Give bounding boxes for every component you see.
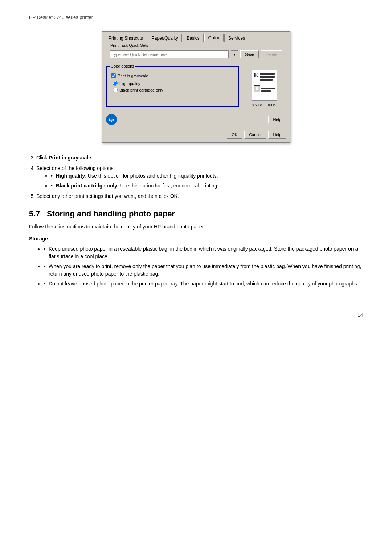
black-cartridge-radio[interactable] xyxy=(113,88,118,92)
high-quality-radio[interactable] xyxy=(113,81,118,86)
header-title: HP Deskjet 3740 series printer xyxy=(29,15,93,20)
section-number: 5.7 xyxy=(29,209,40,218)
tab-printing-shortcuts[interactable]: Printing Shortcuts xyxy=(105,34,147,42)
print-grayscale-checkbox[interactable] xyxy=(111,73,116,78)
step5-bold: OK xyxy=(170,193,178,199)
bullet-item-2: Black print cartridge only: Use this opt… xyxy=(51,182,363,190)
paper-line-1 xyxy=(260,73,275,75)
black-cartridge-row: Black print cartridge only xyxy=(113,88,234,92)
dialog-ok-row: OK Cancel Help xyxy=(102,129,290,142)
quick-sets-legend: Print Task Quick Sets xyxy=(109,43,149,48)
quick-sets-dropdown[interactable]: ▼ xyxy=(231,50,238,58)
doc-content: Click Print in grayscale. Select one of … xyxy=(29,154,363,298)
dialog-content-row: Color options Print in grayscale High qu… xyxy=(106,66,286,107)
print-grayscale-label: Print in grayscale xyxy=(118,74,148,78)
storage-subheading: Storage xyxy=(29,236,363,242)
color-options-group: Color options Print in grayscale High qu… xyxy=(106,66,239,107)
page-number: 14 xyxy=(29,312,363,318)
instruction-item-3: Click Print in grayscale. xyxy=(36,154,363,162)
section-intro: Follow these instructions to maintain th… xyxy=(29,223,363,231)
page-header: HP Deskjet 3740 series printer xyxy=(29,15,363,20)
dialog-body: Print Task Quick Sets ▼ Save Delete Colo… xyxy=(102,42,290,129)
color-options-legend: Color options xyxy=(110,64,135,68)
step3-bold: Print in grayscale xyxy=(49,155,91,161)
dialog-footer: hp Help xyxy=(106,111,286,125)
hp-logo: hp xyxy=(106,114,117,125)
save-button[interactable]: Save xyxy=(240,50,259,58)
tab-color[interactable]: Color xyxy=(204,34,224,42)
ok-button[interactable]: OK xyxy=(227,131,242,139)
bullet1-text: : Use this option for photos and other h… xyxy=(85,173,218,179)
bullet1-bold: High quality xyxy=(56,173,85,179)
tab-basics[interactable]: Basics xyxy=(183,34,203,42)
dialog-container: Printing Shortcuts Paper/Quality Basics … xyxy=(29,31,363,143)
section-title: Storing and handling photo paper xyxy=(47,209,175,218)
paper-line-4 xyxy=(261,88,275,89)
tab-paper-quality[interactable]: Paper/Quality xyxy=(148,34,182,42)
delete-button[interactable]: Delete xyxy=(261,50,282,58)
preview-area: E xyxy=(242,66,286,107)
print-grayscale-row: Print in grayscale xyxy=(111,73,234,78)
quick-sets-input[interactable] xyxy=(110,50,229,58)
instruction-item-5: Select any other print settings that you… xyxy=(36,193,363,200)
e-icon: E xyxy=(254,72,258,78)
printer-icon xyxy=(254,85,260,92)
paper-icon xyxy=(256,87,258,90)
paper-line-5 xyxy=(261,90,271,92)
help-button[interactable]: Help xyxy=(268,131,286,139)
storage-bullet-2: When you are ready to print, remove only… xyxy=(44,263,363,278)
storage-bullet-3: Do not leave unused photo paper in the p… xyxy=(44,280,363,288)
instruction-list: Click Print in grayscale. Select one of … xyxy=(36,154,363,200)
dialog-tabs: Printing Shortcuts Paper/Quality Basics … xyxy=(102,32,290,42)
instruction-item-4: Select one of the following options: Hig… xyxy=(36,165,363,190)
storage-bullet-1: Keep unused photo paper in a resealable … xyxy=(44,245,363,260)
black-cartridge-label: Black print cartridge only xyxy=(119,88,163,92)
storage-bullet-list: Keep unused photo paper in a resealable … xyxy=(44,245,363,288)
paper-size-label: 8.50 × 11.00 in. xyxy=(252,103,277,107)
bullet-item-1: High quality: Use this option for photos… xyxy=(51,172,363,180)
bullet2-text: : Use this option for fast, economical p… xyxy=(117,183,219,189)
printer-dialog: Printing Shortcuts Paper/Quality Basics … xyxy=(102,31,290,143)
footer-help-button[interactable]: Help xyxy=(268,116,286,123)
quick-sets-row: ▼ Save Delete xyxy=(110,50,282,58)
section-heading: 5.7 Storing and handling photo paper xyxy=(29,209,363,219)
step4-text: Select one of the following options: xyxy=(36,165,115,171)
cancel-button[interactable]: Cancel xyxy=(244,131,266,139)
sub-bullet-list: High quality: Use this option for photos… xyxy=(51,172,363,190)
paper-preview: E xyxy=(252,70,277,101)
paper-line-3 xyxy=(260,79,273,81)
high-quality-row: High quality xyxy=(113,81,234,86)
paper-line-2 xyxy=(260,76,275,78)
tab-services[interactable]: Services xyxy=(224,34,249,42)
high-quality-label: High quality xyxy=(119,81,140,86)
quick-sets-group: Print Task Quick Sets ▼ Save Delete xyxy=(106,46,286,62)
bullet2-bold: Black print cartridge only xyxy=(56,183,117,189)
